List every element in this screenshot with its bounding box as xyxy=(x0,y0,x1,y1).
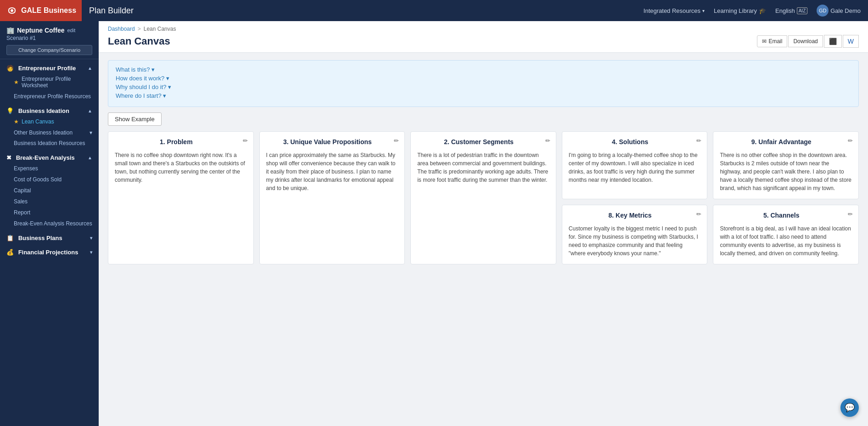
sidebar-company: 🏢 Neptune Coffee edit Scenario #1 Change… xyxy=(0,21,99,59)
chevron-up-icon-3: ▲ xyxy=(88,155,92,160)
business-plans-header[interactable]: 📋 Business Plans ▾ xyxy=(0,231,99,243)
pdf-btn[interactable]: ⬛ xyxy=(824,35,842,48)
card-uvp-title: 3. Unique Value Propositions xyxy=(266,138,398,146)
gale-logo-icon xyxy=(6,4,18,17)
card-uvp: ✏ 3. Unique Value Propositions I can pri… xyxy=(259,131,405,264)
download-btn[interactable]: Download xyxy=(788,35,823,47)
chat-bubble[interactable]: 💬 xyxy=(840,398,859,417)
page-title: Lean Canvas xyxy=(108,35,170,47)
word-btn[interactable]: W xyxy=(843,35,859,48)
edit-solutions-icon[interactable]: ✏ xyxy=(696,137,701,144)
edit-customers-icon[interactable]: ✏ xyxy=(545,137,550,144)
edit-uvp-icon[interactable]: ✏ xyxy=(394,137,399,144)
card-key-metrics: ✏ 8. Key Metrics Customer loyalty is the… xyxy=(562,205,708,264)
user-link[interactable]: GD Gale Demo xyxy=(817,5,861,17)
canvas-grid: ✏ 1. Problem There is no coffee shop dow… xyxy=(99,131,868,274)
star-icon-2: ★ xyxy=(14,118,19,125)
business-plans-label: Business Plans xyxy=(18,235,62,241)
language-link[interactable]: English AIZ xyxy=(775,7,807,14)
card-problem: ✏ 1. Problem There is no coffee shop dow… xyxy=(108,131,254,264)
sidebar-item-expenses[interactable]: Expenses xyxy=(0,163,99,174)
card-problem-title: 1. Problem xyxy=(115,138,247,146)
edit-company-link[interactable]: edit xyxy=(67,28,75,33)
business-ideation-label: Business Ideation xyxy=(18,107,69,114)
change-company-btn[interactable]: Change Company/Scenario xyxy=(6,45,92,55)
card-metrics-title: 8. Key Metrics xyxy=(569,212,701,219)
sidebar-section-financial: 💰 Financial Projections ▾ xyxy=(0,245,99,258)
sidebar-item-ep-resources[interactable]: Entrepreneur Profile Resources xyxy=(0,91,99,102)
sidebar: 🏢 Neptune Coffee edit Scenario #1 Change… xyxy=(0,21,99,426)
card-channels-title: 5. Channels xyxy=(720,212,852,219)
card-metrics-body: Customer loyalty is the biggest metric I… xyxy=(569,224,701,258)
avatar: GD xyxy=(817,5,829,17)
crosshair-icon: ✖ xyxy=(6,154,11,161)
money-icon: 💰 xyxy=(6,249,14,256)
entrepreneur-profile-label: Entrepreneur Profile xyxy=(18,65,76,72)
learning-library-link[interactable]: Learning Library 🎓 xyxy=(714,7,766,14)
edit-problem-icon[interactable]: ✏ xyxy=(243,137,248,144)
breadcrumb-current: Lean Canvas xyxy=(144,26,176,32)
sidebar-section-ideation: 💡 Business Ideation ▲ ★ Lean Canvas Othe… xyxy=(0,104,99,149)
edit-metrics-icon[interactable]: ✏ xyxy=(696,211,701,218)
dropdown-arrow-icon: ▾ xyxy=(702,8,705,13)
chevron-up-icon: ▲ xyxy=(88,66,92,71)
sidebar-item-report[interactable]: Report xyxy=(0,207,99,218)
integrated-resources-link[interactable]: Integrated Resources ▾ xyxy=(644,7,705,14)
pdf-icon: ⬛ xyxy=(829,38,837,45)
clipboard-icon: 📋 xyxy=(6,235,14,241)
sidebar-item-cogs[interactable]: Cost of Goods Sold xyxy=(0,174,99,185)
financial-proj-header[interactable]: 💰 Financial Projections ▾ xyxy=(0,245,99,258)
top-nav: GALE Business Plan Builder Integrated Re… xyxy=(0,0,868,21)
sidebar-item-ideation-resources[interactable]: Business Ideation Resources xyxy=(0,138,99,149)
chevron-down-icon-3: ▾ xyxy=(90,250,92,255)
card-unfair-advantage: ✏ 9. Unfair Advantage There is no other … xyxy=(713,131,859,199)
breadcrumb-separator: > xyxy=(138,26,141,32)
card-problem-body: There is no coffee shop downtown right n… xyxy=(115,151,247,184)
edit-channels-icon[interactable]: ✏ xyxy=(848,211,853,218)
entrepreneur-profile-header[interactable]: 🧑 Entrepreneur Profile ▲ xyxy=(0,61,99,73)
card-channels-body: Storefront is a big deal, as I will have… xyxy=(720,224,852,258)
business-ideation-header[interactable]: 💡 Business Ideation ▲ xyxy=(0,104,99,116)
sidebar-item-bea-resources[interactable]: Break-Even Analysis Resources xyxy=(0,218,99,229)
sidebar-item-capital[interactable]: Capital xyxy=(0,185,99,196)
why-should-i-link[interactable]: Why should I do it? ▾ xyxy=(116,84,851,90)
where-do-i-start-link[interactable]: Where do I start? ▾ xyxy=(116,92,851,99)
chevron-down-icon-2: ▾ xyxy=(90,235,92,241)
chevron-down-icon: ▾ xyxy=(90,129,92,136)
language-icon: AIZ xyxy=(797,7,808,14)
sidebar-item-other-ideation[interactable]: Other Business Ideation ▾ xyxy=(0,127,99,138)
scenario-label: Scenario #1 xyxy=(6,35,92,41)
info-box: What is this? ▾ How does it work? ▾ Why … xyxy=(108,60,859,107)
what-is-this-link[interactable]: What is this? ▾ xyxy=(116,66,851,73)
lightbulb-icon: 💡 xyxy=(6,107,14,114)
word-icon: W xyxy=(848,38,854,45)
nav-links: Integrated Resources ▾ Learning Library … xyxy=(644,5,861,17)
sidebar-section-business-plans: 📋 Business Plans ▾ xyxy=(0,231,99,243)
sidebar-item-ep-worksheet[interactable]: ★ Entrepreneur Profile Worksheet xyxy=(0,73,99,91)
sidebar-item-lean-canvas[interactable]: ★ Lean Canvas xyxy=(0,116,99,127)
person-icon: 🧑 xyxy=(6,65,14,72)
card-unfair-title: 9. Unfair Advantage xyxy=(720,138,852,146)
svg-point-1 xyxy=(11,9,13,12)
chevron-up-icon-2: ▲ xyxy=(88,108,92,113)
show-example-btn[interactable]: Show Example xyxy=(108,112,162,126)
email-icon: ✉ xyxy=(762,38,767,45)
edit-unfair-icon[interactable]: ✏ xyxy=(848,137,853,144)
page-title-row: Lean Canvas ✉ Email Download ⬛ W xyxy=(108,35,859,48)
card-customers-title: 2. Customer Segments xyxy=(417,138,549,146)
card-customer-segments: ✏ 2. Customer Segments There is a lot of… xyxy=(410,131,556,264)
star-icon: ★ xyxy=(14,79,19,85)
break-even-header[interactable]: ✖ Break-Even Analysis ▲ xyxy=(0,151,99,163)
main-content: Dashboard > Lean Canvas Lean Canvas ✉ Em… xyxy=(99,21,868,426)
show-example-area: Show Example xyxy=(99,112,868,131)
card-solutions: ✏ 4. Solutions I'm going to bring a loca… xyxy=(562,131,708,199)
how-does-it-work-link[interactable]: How does it work? ▾ xyxy=(116,75,851,82)
chat-icon: 💬 xyxy=(845,403,855,413)
card-customers-body: There is a lot of pedestrian traffic in … xyxy=(417,151,549,184)
email-btn[interactable]: ✉ Email xyxy=(757,35,787,47)
sidebar-item-sales[interactable]: Sales xyxy=(0,196,99,207)
breadcrumb-dashboard[interactable]: Dashboard xyxy=(108,26,135,32)
sidebar-section-entrepreneur: 🧑 Entrepreneur Profile ▲ ★ Entrepreneur … xyxy=(0,61,99,102)
breadcrumb: Dashboard > Lean Canvas xyxy=(108,26,859,32)
financial-proj-label: Financial Projections xyxy=(18,249,78,256)
